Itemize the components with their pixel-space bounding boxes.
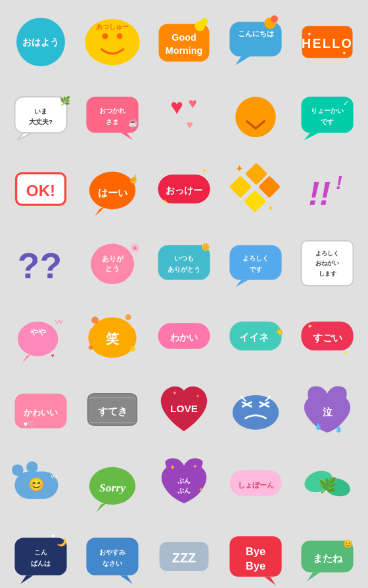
sticker-29-svg bbox=[227, 381, 285, 438]
sticker-18-svg: いつも ありがとう 🌼 bbox=[155, 234, 213, 291]
sticker-30[interactable]: 泣 💧 💧 bbox=[298, 381, 356, 438]
svg-text:ありがとう: ありがとう bbox=[168, 266, 200, 273]
svg-point-2 bbox=[117, 33, 123, 39]
sticker-16-svg: ?? bbox=[12, 234, 70, 291]
sticker-06[interactable]: いま 大丈夫? 🌿 bbox=[12, 87, 70, 144]
sticker-17[interactable]: ありが とう 🌸 bbox=[83, 234, 141, 291]
sticker-33[interactable]: ぷん ぷん ✦ ✦ ✦ bbox=[155, 454, 213, 512]
sticker-cell-27[interactable]: すてき bbox=[77, 373, 149, 446]
sticker-16[interactable]: ?? bbox=[12, 234, 70, 291]
sticker-11[interactable]: OK! bbox=[12, 160, 70, 218]
sticker-14[interactable]: ✦ ✦ bbox=[227, 160, 285, 218]
sticker-cell-18[interactable]: いつも ありがとう 🌼 bbox=[149, 226, 220, 299]
sticker-cell-25[interactable]: すごい ✦ ✦ bbox=[291, 299, 363, 373]
sticker-cell-35[interactable]: 🌿 bbox=[291, 446, 363, 520]
sticker-cell-33[interactable]: ぷん ぷん ✦ ✦ ✦ bbox=[149, 446, 220, 520]
sticker-10[interactable]: りょーかい です ✓ bbox=[298, 87, 356, 144]
sticker-03-svg: Good Morning bbox=[155, 13, 213, 71]
sticker-cell-04[interactable]: こんにちは bbox=[219, 5, 291, 79]
sticker-cell-17[interactable]: ありが とう 🌸 bbox=[77, 226, 149, 299]
sticker-07[interactable]: おつかれ さま ☕ bbox=[83, 87, 141, 144]
sticker-cell-38[interactable]: ZZZ bbox=[149, 520, 220, 588]
sticker-32[interactable]: Sorry bbox=[83, 454, 141, 512]
sticker-cell-12[interactable]: はーい ☝ bbox=[77, 152, 149, 226]
svg-text:★: ★ bbox=[51, 533, 56, 539]
sticker-cell-05[interactable]: HELLO ✦ ✦ bbox=[291, 5, 363, 79]
sticker-12[interactable]: はーい ☝ bbox=[83, 160, 141, 218]
sticker-cell-30[interactable]: 泣 💧 💧 bbox=[291, 373, 363, 446]
sticker-cell-06[interactable]: いま 大丈夫? 🌿 bbox=[5, 79, 77, 152]
svg-text:🌼: 🌼 bbox=[201, 242, 210, 251]
sticker-27[interactable]: すてき bbox=[83, 381, 141, 438]
sticker-cell-34[interactable]: しょぼーん bbox=[219, 446, 291, 520]
sticker-26[interactable]: かわいい ♥♡ bbox=[12, 381, 70, 438]
sticker-25[interactable]: すごい ✦ ✦ bbox=[298, 307, 356, 365]
sticker-cell-09[interactable] bbox=[219, 79, 291, 152]
sticker-cell-03[interactable]: Good Morning bbox=[149, 5, 220, 79]
sticker-05[interactable]: HELLO ✦ ✦ bbox=[298, 13, 356, 71]
sticker-cell-14[interactable]: ✦ ✦ bbox=[219, 152, 291, 226]
sticker-cell-28[interactable]: LOVE ✦ ✦ bbox=[149, 373, 220, 446]
svg-marker-40 bbox=[95, 206, 105, 216]
sticker-39[interactable]: Bye Bye bbox=[227, 528, 285, 585]
sticker-cell-07[interactable]: おつかれ さま ☕ bbox=[77, 79, 149, 152]
sticker-23[interactable]: わかい bbox=[155, 307, 213, 365]
sticker-20[interactable]: よろしく おねがい します bbox=[298, 234, 356, 291]
svg-text:🌸: 🌸 bbox=[130, 242, 141, 253]
sticker-01[interactable]: おはよう bbox=[12, 13, 70, 71]
sticker-cell-11[interactable]: OK! bbox=[5, 152, 77, 226]
sticker-cell-15[interactable]: !! ! bbox=[291, 152, 363, 226]
sticker-cell-13[interactable]: おっけー ✦ ★ bbox=[149, 152, 220, 226]
svg-text:りょーかい: りょーかい bbox=[311, 107, 344, 114]
sticker-03[interactable]: Good Morning bbox=[155, 13, 213, 71]
sticker-28[interactable]: LOVE ✦ ✦ bbox=[155, 381, 213, 438]
sticker-34[interactable]: しょぼーん bbox=[227, 454, 285, 512]
sticker-cell-23[interactable]: わかい bbox=[149, 299, 220, 373]
sticker-cell-36[interactable]: こん ばんは 🌙 ★ bbox=[5, 520, 77, 588]
sticker-36[interactable]: こん ばんは 🌙 ★ bbox=[12, 528, 70, 585]
sticker-cell-22[interactable]: 笑 bbox=[77, 299, 149, 373]
sticker-cell-26[interactable]: かわいい ♥♡ bbox=[5, 373, 77, 446]
svg-text:おやすみ: おやすみ bbox=[99, 549, 126, 556]
sticker-09[interactable] bbox=[227, 87, 285, 144]
sticker-08[interactable]: ♥ ♥ ♥ bbox=[155, 87, 213, 144]
svg-text:ぷん: ぷん bbox=[177, 477, 191, 484]
sticker-cell-19[interactable]: よろしく です bbox=[219, 226, 291, 299]
svg-text:します: します bbox=[318, 270, 336, 277]
svg-text:♥: ♥ bbox=[51, 352, 55, 359]
sticker-36-svg: こん ばんは 🌙 ★ bbox=[12, 528, 70, 585]
sticker-cell-20[interactable]: よろしく おねがい します bbox=[291, 226, 363, 299]
svg-point-113 bbox=[12, 464, 24, 476]
sticker-31[interactable]: 😊 vv bbox=[12, 454, 70, 512]
sticker-cell-40[interactable]: またね 😊 bbox=[291, 520, 363, 588]
sticker-cell-32[interactable]: Sorry bbox=[77, 446, 149, 520]
sticker-35[interactable]: 🌿 bbox=[298, 454, 356, 512]
sticker-cell-24[interactable]: イイネ 👆 bbox=[219, 299, 291, 373]
sticker-cell-39[interactable]: Bye Bye bbox=[219, 520, 291, 588]
sticker-18[interactable]: いつも ありがとう 🌼 bbox=[155, 234, 213, 291]
sticker-cell-31[interactable]: 😊 vv bbox=[5, 446, 77, 520]
sticker-cell-01[interactable]: おはよう bbox=[5, 5, 77, 79]
sticker-04[interactable]: こんにちは bbox=[227, 13, 285, 71]
sticker-19[interactable]: よろしく です bbox=[227, 234, 285, 291]
sticker-cell-10[interactable]: りょーかい です ✓ bbox=[291, 79, 363, 152]
sticker-cell-16[interactable]: ?? bbox=[5, 226, 77, 299]
sticker-cell-37[interactable]: おやすみ なさい bbox=[77, 520, 149, 588]
sticker-29[interactable] bbox=[227, 381, 285, 438]
sticker-24[interactable]: イイネ 👆 bbox=[227, 307, 285, 365]
sticker-38[interactable]: ZZZ bbox=[155, 528, 213, 585]
sticker-21[interactable]: やや vv ♥ bbox=[12, 307, 70, 365]
sticker-37[interactable]: おやすみ なさい bbox=[83, 528, 141, 585]
sticker-40[interactable]: またね 😊 bbox=[298, 528, 356, 585]
sticker-cell-21[interactable]: やや vv ♥ bbox=[5, 299, 77, 373]
sticker-22[interactable]: 笑 bbox=[83, 307, 141, 365]
sticker-02[interactable]: あつしゅー bbox=[83, 13, 141, 71]
sticker-cell-02[interactable]: あつしゅー bbox=[77, 5, 149, 79]
sticker-13[interactable]: おっけー ✦ ★ bbox=[155, 160, 213, 218]
sticker-15[interactable]: !! ! bbox=[298, 160, 356, 218]
svg-point-82 bbox=[89, 345, 93, 350]
sticker-cell-29[interactable] bbox=[219, 373, 291, 446]
sticker-cell-08[interactable]: ♥ ♥ ♥ bbox=[149, 79, 220, 152]
svg-text:✦: ✦ bbox=[201, 167, 207, 175]
sticker-37-svg: おやすみ なさい bbox=[83, 528, 141, 585]
